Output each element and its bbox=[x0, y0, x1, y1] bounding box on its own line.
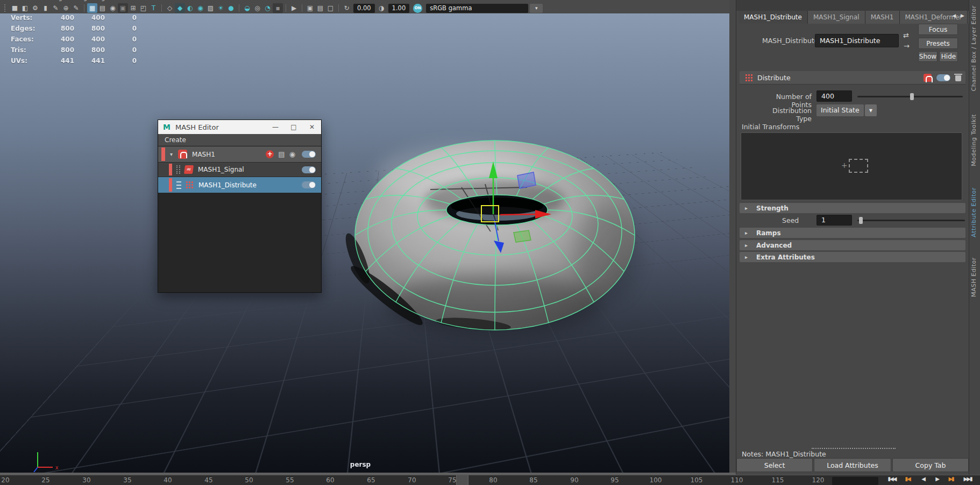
depth-of-field-icon[interactable]: ◔ bbox=[262, 3, 273, 13]
seed-slider[interactable] bbox=[857, 220, 965, 221]
distribute-enable-toggle[interactable] bbox=[936, 74, 950, 81]
toolbar-grip[interactable] bbox=[4, 4, 8, 12]
safe-action-icon[interactable]: ◰ bbox=[138, 3, 148, 13]
output-connections-icon[interactable]: → bbox=[904, 42, 910, 50]
mash-waiter-icon[interactable] bbox=[924, 74, 932, 82]
torus-mesh[interactable] bbox=[341, 140, 640, 334]
go-to-end-button[interactable]: ▶▶▮ bbox=[961, 476, 975, 482]
mash-root-toggle[interactable] bbox=[302, 151, 316, 158]
film-gate-icon[interactable]: ▤ bbox=[97, 3, 108, 13]
tab-scroll-arrows[interactable]: ◀ ▶ bbox=[952, 13, 966, 18]
dropdown-arrow-icon[interactable]: ▾ bbox=[865, 104, 877, 116]
color-management-toggle[interactable]: ON bbox=[413, 4, 422, 13]
points-slider-knob[interactable] bbox=[910, 93, 914, 100]
exposure-field[interactable]: 0.00 bbox=[353, 4, 375, 13]
camera-icon[interactable]: ■ bbox=[10, 3, 20, 13]
play-forwards-button[interactable]: ▶ bbox=[930, 476, 944, 482]
viewport-scene[interactable]: x bbox=[0, 14, 729, 473]
signal-node-label[interactable]: MASH1_Signal bbox=[198, 166, 244, 173]
select-button[interactable]: Select bbox=[736, 458, 813, 472]
advanced-section[interactable]: ▸ Advanced bbox=[740, 240, 965, 250]
sidebar-tab-modeling-toolkit[interactable]: Modeling Toolkit bbox=[970, 114, 977, 166]
mash-root-label[interactable]: MASH1 bbox=[192, 151, 215, 158]
image-plane-icon[interactable]: ✎ bbox=[51, 3, 61, 13]
add-node-icon[interactable]: + bbox=[266, 150, 274, 158]
gate-mask-icon[interactable]: ▣ bbox=[118, 3, 128, 13]
motion-blur-icon[interactable]: ◎ bbox=[252, 3, 262, 13]
multisample-aa-icon[interactable]: ▪ bbox=[273, 3, 283, 13]
initial-transforms-box[interactable]: + bbox=[741, 132, 962, 200]
shaded-display-icon[interactable]: ◆ bbox=[175, 3, 185, 13]
notes-divider[interactable] bbox=[812, 448, 896, 449]
expand-arrow-icon[interactable]: ▾ bbox=[170, 151, 173, 157]
play-backwards-button[interactable]: ◀ bbox=[916, 476, 930, 482]
ramps-section[interactable]: ▸ Ramps bbox=[740, 228, 965, 238]
manipulator-xz-plane-handle[interactable] bbox=[514, 230, 531, 242]
resolution-gate-icon[interactable]: ◉ bbox=[108, 3, 118, 13]
wireframe-display-icon[interactable]: ◇ bbox=[165, 3, 175, 13]
go-to-start-button[interactable]: ▮◀◀ bbox=[885, 476, 899, 482]
tab-mash1[interactable]: MASH1 bbox=[865, 11, 900, 24]
copy-tab-button[interactable]: Copy Tab bbox=[892, 458, 969, 472]
step-forward-frame-button[interactable]: ▶▮ bbox=[944, 476, 958, 482]
mash-create-menu[interactable]: Create bbox=[158, 134, 321, 146]
tab-mash1-distribute[interactable]: MASH1_Distribute bbox=[738, 11, 808, 24]
snapshot-icon[interactable]: ▣ bbox=[305, 3, 315, 13]
points-slider[interactable] bbox=[857, 96, 963, 97]
pane-layout-icon[interactable]: □ bbox=[325, 3, 336, 13]
screen-space-ao-icon[interactable]: ◒ bbox=[242, 3, 252, 13]
delete-node-icon[interactable] bbox=[955, 75, 961, 81]
step-back-frame-button[interactable]: ▮◀ bbox=[900, 476, 914, 482]
use-all-lights-icon[interactable]: ☀ bbox=[216, 3, 226, 13]
distribute-node-label[interactable]: MASH1_Distribute bbox=[198, 181, 257, 189]
tab-mash1-signal[interactable]: MASH1_Signal bbox=[808, 11, 865, 24]
extra-attributes-section[interactable]: ▸ Extra Attributes bbox=[740, 252, 965, 262]
distribute-toggle[interactable] bbox=[302, 181, 316, 188]
presets-button[interactable]: Presets bbox=[918, 38, 958, 49]
colorspace-dropdown-arrow[interactable]: ▾ bbox=[530, 4, 543, 13]
distribute-section-header[interactable]: Distribute bbox=[740, 71, 965, 85]
snapshot-copy-icon[interactable]: ▤ bbox=[315, 3, 325, 13]
mash-node-row-distribute[interactable]: MASH1_Distribute bbox=[158, 177, 321, 193]
seed-field[interactable]: 1 bbox=[816, 215, 852, 226]
seed-slider-knob[interactable] bbox=[859, 217, 863, 224]
wireframe-on-shaded-icon[interactable]: ▨ bbox=[205, 3, 216, 13]
distribution-type-dropdown[interactable]: Initial State bbox=[816, 104, 864, 116]
colorspace-field[interactable]: sRGB gamma bbox=[426, 4, 528, 13]
notes-icon[interactable]: ▤ bbox=[278, 150, 285, 158]
hide-button[interactable]: Hide bbox=[939, 51, 958, 62]
drag-handle-icon[interactable] bbox=[176, 181, 181, 189]
material-display-icon[interactable]: ◐ bbox=[185, 3, 195, 13]
sidebar-tab-attribute-editor[interactable]: Attribute Editor bbox=[970, 187, 977, 237]
mash-editor-titlebar[interactable]: M MASH Editor — □ ✕ bbox=[158, 120, 321, 134]
input-connections-icon[interactable]: ⇄ bbox=[903, 31, 909, 39]
time-slider[interactable]: 20 25 30 35 40 45 50 55 60 65 70 75 80 8… bbox=[0, 475, 980, 485]
grid-icon[interactable]: ▦ bbox=[87, 3, 97, 13]
load-attributes-button[interactable]: Load Attributes bbox=[814, 458, 891, 472]
contrast-icon[interactable]: ◑ bbox=[377, 3, 387, 13]
bookmark-icon[interactable]: ▮ bbox=[40, 3, 51, 13]
mash-editor-window[interactable]: M MASH Editor — □ ✕ Create ▾ MASH1 + ▤ ◉… bbox=[158, 120, 322, 293]
show-button[interactable]: Show bbox=[918, 51, 938, 62]
camera-settings-icon[interactable]: ⚙ bbox=[30, 3, 40, 13]
isolate-select-icon[interactable]: ▶ bbox=[289, 3, 299, 13]
mash-node-row-root[interactable]: ▾ MASH1 + ▤ ◉ bbox=[158, 146, 321, 163]
safe-title-icon[interactable]: T bbox=[148, 3, 159, 13]
focus-button[interactable]: Focus bbox=[918, 24, 958, 35]
points-field[interactable]: 400 bbox=[816, 90, 852, 102]
mash-node-row-signal[interactable]: ≈ MASH1_Signal bbox=[158, 163, 321, 177]
drag-handle-icon[interactable] bbox=[176, 165, 180, 174]
minimize-button[interactable]: — bbox=[266, 120, 285, 134]
exposure-icon[interactable]: ↻ bbox=[342, 3, 352, 13]
shadows-icon[interactable]: ● bbox=[226, 3, 236, 13]
strength-section[interactable]: ▸ Strength bbox=[740, 203, 965, 213]
instancer-icon[interactable]: ◉ bbox=[289, 150, 295, 158]
grease-pencil-icon[interactable]: ✎ bbox=[71, 3, 81, 13]
sidebar-tab-channel-box[interactable]: Channel Box / Layer Editor bbox=[970, 5, 977, 92]
sidebar-tab-mash-editor[interactable]: MASH Editor bbox=[970, 257, 977, 297]
gamma-field[interactable]: 1.00 bbox=[388, 4, 410, 13]
textured-display-icon[interactable]: ◉ bbox=[195, 3, 205, 13]
manipulator-yz-plane-handle[interactable] bbox=[517, 172, 536, 188]
node-name-field[interactable]: MASH1_Distribute bbox=[815, 34, 899, 47]
viewport-panel[interactable]: x Verts:4004000 Edges:8008000 Faces:4004… bbox=[0, 14, 729, 473]
